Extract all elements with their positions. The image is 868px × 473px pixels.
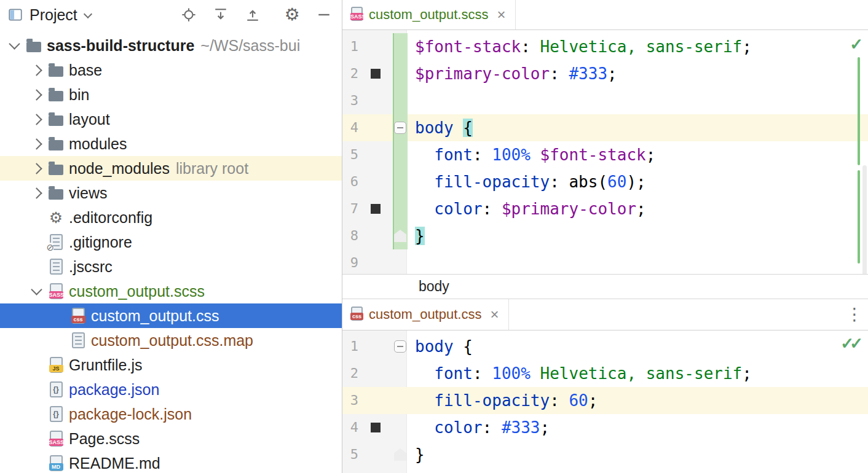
code-line-1[interactable]: 1$font-stack: Helvetica, sans-serif; xyxy=(342,33,868,60)
tree-item-package-json[interactable]: {}package.json xyxy=(0,377,342,402)
fold-marker-start[interactable] xyxy=(394,122,406,134)
project-tree: sass-build-structure~/WS/sass-buibasebin… xyxy=(0,29,342,473)
hide-panel-button[interactable] xyxy=(314,4,334,25)
chevron-right-icon[interactable] xyxy=(31,138,42,149)
code-line-7[interactable]: 7 color: $primary-color; xyxy=(342,195,868,222)
code-line-5[interactable]: 5} xyxy=(342,441,868,468)
code-text[interactable]: body { xyxy=(406,114,868,141)
tree-item--editorconfig[interactable]: ⚙.editorconfig xyxy=(0,205,342,230)
chevron-down-icon[interactable] xyxy=(9,38,20,49)
code-text[interactable]: $primary-color: #333; xyxy=(406,60,868,87)
chevron-down-icon[interactable] xyxy=(31,284,42,295)
tree-item--jscsrc[interactable]: .jscsrc xyxy=(0,254,342,279)
select-opened-file-button[interactable] xyxy=(178,4,199,25)
color-preview-icon[interactable] xyxy=(371,423,381,432)
tree-item-bin[interactable]: bin xyxy=(0,82,342,107)
tree-item--gitignore[interactable]: ⊘.gitignore xyxy=(0,230,342,254)
code-token: { xyxy=(463,119,473,137)
change-marker-bar[interactable] xyxy=(858,170,860,264)
code-line-8[interactable]: 8} xyxy=(342,222,868,249)
code-line-2[interactable]: 2$primary-color: #333; xyxy=(342,60,868,87)
tree-item-custom-output-css-map[interactable]: custom_output.css.map xyxy=(0,328,342,353)
tab-label: custom_output.css xyxy=(369,307,481,322)
code-token: ; xyxy=(588,391,598,410)
code-line-3[interactable]: 3 fill-opacity: 60; xyxy=(342,387,868,414)
code-line-2[interactable]: 2 font: 100% Helvetica, sans-serif; xyxy=(342,360,868,387)
code-text[interactable]: } xyxy=(406,222,868,249)
tab-options-kebab-icon[interactable]: ⋮ xyxy=(841,306,868,323)
sass-file-icon: SASS xyxy=(351,7,363,23)
tab-custom-output-scss[interactable]: SASS custom_output.scss × xyxy=(342,0,516,29)
tree-item-views[interactable]: views xyxy=(0,181,342,205)
tree-item-package-lock-json[interactable]: {}package-lock.json xyxy=(0,402,342,426)
code-line-9[interactable]: 9 xyxy=(342,249,868,274)
tab-custom-output-css[interactable]: css custom_output.css × xyxy=(342,299,509,330)
code-token: ; xyxy=(742,364,752,383)
tree-item-base[interactable]: base xyxy=(0,58,342,82)
tree-item-readme-md[interactable]: MDREADME.md xyxy=(0,451,342,473)
code-text[interactable]: $font-stack: Helvetica, sans-serif; xyxy=(406,33,868,60)
color-preview-icon[interactable] xyxy=(371,69,381,79)
tree-item-page-scss[interactable]: SASSPage.scss xyxy=(0,426,342,451)
chevron-right-icon[interactable] xyxy=(31,187,42,198)
chevron-down-icon[interactable] xyxy=(84,9,92,18)
code-text[interactable]: color: $primary-color; xyxy=(406,195,868,222)
code-line-4[interactable]: 4body { xyxy=(342,114,868,141)
tree-item-custom-output-scss[interactable]: SASScustom_output.scss xyxy=(0,279,342,303)
editor-css[interactable]: 1body {2 font: 100% Helvetica, sans-seri… xyxy=(342,330,868,473)
settings-gear-icon[interactable]: ⚙ xyxy=(282,4,302,25)
tree-item-layout[interactable]: layout xyxy=(0,107,342,131)
inspections-ok-icon[interactable]: ✓ xyxy=(850,35,863,54)
code-text[interactable]: font: 100% Helvetica, sans-serif; xyxy=(406,360,868,387)
line-number: 1 xyxy=(342,333,358,360)
folder-icon xyxy=(49,140,63,150)
line-number: 5 xyxy=(342,441,358,468)
line-number: 6 xyxy=(342,168,358,195)
code-text[interactable]: body { xyxy=(406,333,868,360)
file-name: bin xyxy=(69,86,89,104)
panel-title[interactable]: Project xyxy=(30,6,77,24)
chevron-right-icon[interactable] xyxy=(31,64,42,76)
code-line-6[interactable]: 6 fill-opacity: abs(60); xyxy=(342,168,868,195)
change-marker-bar[interactable] xyxy=(858,57,860,165)
breadcrumb-item-body[interactable]: body xyxy=(419,278,449,295)
tree-item-modules[interactable]: modules xyxy=(0,131,342,156)
expand-all-button[interactable] xyxy=(210,4,231,25)
chevron-right-icon[interactable] xyxy=(31,89,42,100)
code-token xyxy=(531,364,540,383)
code-text[interactable]: fill-opacity: abs(60); xyxy=(406,168,868,195)
tree-item-custom-output-css[interactable]: csscustom_output.css xyxy=(0,303,342,328)
code-text[interactable]: } xyxy=(406,441,868,468)
json-icon: {} xyxy=(50,381,63,397)
code-line-3[interactable]: 3 xyxy=(342,87,868,114)
page-icon xyxy=(72,332,85,348)
scrollbar-thumb[interactable] xyxy=(862,165,867,274)
close-icon[interactable]: × xyxy=(490,307,499,322)
fold-marker-start[interactable] xyxy=(394,340,406,353)
code-token: fill-opacity xyxy=(434,173,550,191)
tree-item-gruntfile-js[interactable]: JSGruntfile.js xyxy=(0,353,342,377)
code-text[interactable]: color: #333; xyxy=(406,414,868,441)
sass-icon: SASS xyxy=(50,431,63,447)
tree-item-node-modules[interactable]: node_moduleslibrary root xyxy=(0,156,342,181)
close-icon[interactable]: × xyxy=(497,7,505,22)
code-text[interactable]: fill-opacity: 60; xyxy=(406,387,868,414)
file-name: .jscsrc xyxy=(69,258,112,276)
tree-item-sass-build-structure[interactable]: sass-build-structure~/WS/sass-bui xyxy=(0,33,342,58)
analysis-ok-double-check-icon[interactable]: ✓ ✓ xyxy=(840,334,863,353)
collapse-all-button[interactable] xyxy=(242,4,263,25)
vcs-change-strip[interactable] xyxy=(393,33,408,249)
code-token: 60 xyxy=(607,173,626,191)
chevron-right-icon[interactable] xyxy=(31,114,42,125)
file-name: Gruntfile.js xyxy=(69,356,142,374)
editor-scss[interactable]: 1$font-stack: Helvetica, sans-serif;2$pr… xyxy=(342,30,868,274)
fold-marker-end[interactable] xyxy=(394,448,406,461)
chevron-right-icon[interactable] xyxy=(31,163,42,174)
code-line-4[interactable]: 4 color: #333; xyxy=(342,414,868,441)
code-line-5[interactable]: 5 font: 100% $font-stack; xyxy=(342,141,868,168)
color-preview-icon[interactable] xyxy=(371,204,381,214)
code-text[interactable]: font: 100% $font-stack; xyxy=(406,141,868,168)
code-line-1[interactable]: 1body { xyxy=(342,333,868,360)
project-tool-window-icon[interactable] xyxy=(7,7,23,23)
folder-icon xyxy=(49,189,63,200)
